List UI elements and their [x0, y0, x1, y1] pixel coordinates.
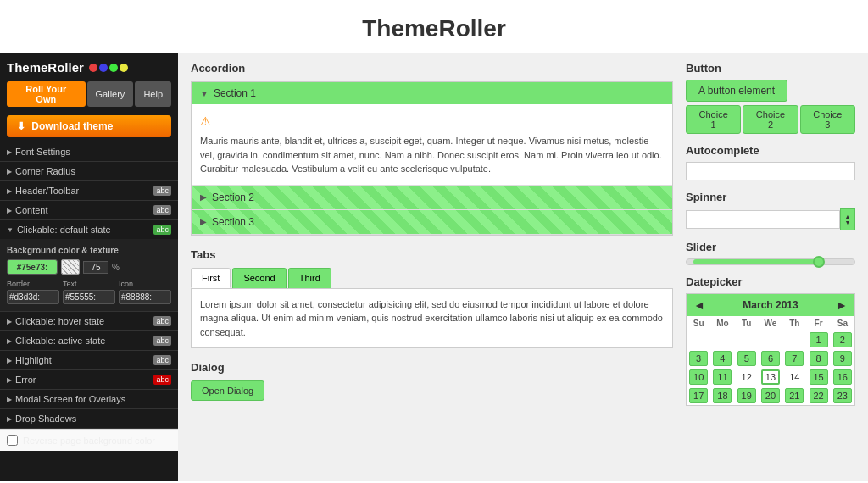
- dp-day-19[interactable]: 19: [737, 388, 756, 403]
- sidebar-item-error[interactable]: ▶Error abc: [0, 370, 178, 389]
- pct-input[interactable]: [83, 261, 108, 274]
- main-button[interactable]: A button element: [686, 80, 787, 102]
- dp-day-2[interactable]: 2: [833, 332, 852, 347]
- sidebar-item-clickable-hover[interactable]: ▶Clickable: hover state abc: [0, 312, 178, 330]
- datepicker-prev[interactable]: ◄: [693, 298, 705, 312]
- dp-week-0: 12: [687, 330, 854, 349]
- nav-roll-your-own[interactable]: Roll Your Own: [7, 81, 86, 107]
- slider-track[interactable]: [686, 258, 855, 265]
- sidebar-item-clickable-default[interactable]: ▼Clickable: default state abc: [0, 220, 178, 239]
- dp-day-15[interactable]: 15: [810, 369, 828, 385]
- spinner-input[interactable]: [686, 210, 840, 229]
- autocomplete-title: Autocomplete: [686, 144, 855, 157]
- sidebar-item-modal[interactable]: ▶Modal Screen for Overlays: [0, 390, 178, 408]
- nav-help[interactable]: Help: [135, 81, 171, 107]
- icon-input[interactable]: [119, 290, 171, 304]
- sidebar-section-clickable-default: ▼Clickable: default state abc Background…: [0, 220, 178, 312]
- accordion-header-3[interactable]: ▶ Section 3: [192, 210, 672, 234]
- tabs-section: Tabs First Second Third Lorem ipsum dolo…: [191, 248, 673, 349]
- dp-cell: 1: [806, 330, 830, 349]
- tabs-title: Tabs: [191, 248, 673, 261]
- border-input[interactable]: [7, 290, 59, 304]
- accordion-header-2[interactable]: ▶ Section 2: [192, 186, 672, 209]
- dp-day-11[interactable]: 11: [713, 369, 732, 385]
- icon-col: Icon: [119, 280, 171, 304]
- dp-day-22[interactable]: 22: [810, 388, 828, 403]
- tab-second[interactable]: Second: [232, 268, 286, 288]
- download-button[interactable]: ⬇ Download theme: [7, 115, 171, 137]
- dp-cell: 4: [710, 349, 734, 368]
- dp-day-14[interactable]: 14: [785, 369, 804, 385]
- dp-day-12[interactable]: 12: [737, 369, 756, 385]
- dp-day-5[interactable]: 5: [737, 351, 756, 366]
- open-dialog-button[interactable]: Open Dialog: [191, 380, 264, 401]
- dp-cell: 6: [759, 349, 782, 368]
- tab-first[interactable]: First: [191, 268, 231, 288]
- dialog-title: Dialog: [191, 361, 673, 374]
- header-badge: abc: [153, 186, 171, 196]
- slider-title: Slider: [686, 241, 855, 253]
- spinner-buttons[interactable]: ▲ ▼: [840, 208, 855, 230]
- sidebar-item-highlight[interactable]: ▶Highlight abc: [0, 351, 178, 369]
- slider-handle[interactable]: [813, 256, 825, 268]
- dp-day-10[interactable]: 10: [689, 369, 708, 385]
- datepicker-next[interactable]: ►: [836, 298, 848, 312]
- dp-day-20[interactable]: 20: [761, 388, 780, 403]
- accordion-item-1: ▼ Section 1 ⚠ Mauris mauris ante, blandi…: [192, 82, 672, 186]
- accordion-header-1[interactable]: ▼ Section 1: [192, 82, 672, 104]
- dp-cell: 13: [759, 368, 782, 386]
- dp-cell: [759, 330, 782, 349]
- reverse-bg-checkbox[interactable]: [7, 435, 18, 446]
- tab-third[interactable]: Third: [288, 268, 331, 288]
- dp-day-13[interactable]: 13: [761, 369, 780, 385]
- dp-cell: 23: [831, 386, 854, 405]
- dp-cell: 14: [782, 368, 806, 386]
- acc-text-1: Mauris mauris ante, blandit et, ultrices…: [200, 136, 662, 174]
- nav-gallery[interactable]: Gallery: [87, 81, 134, 107]
- dp-week-1: 3456789: [687, 349, 854, 368]
- sidebar-section-header: ▶Header/Toolbar abc: [0, 181, 178, 201]
- accordion-title: Accordion: [191, 62, 673, 75]
- hover-badge: abc: [153, 316, 171, 326]
- sidebar-item-corner[interactable]: ▶Corner Radius: [0, 162, 178, 180]
- dp-day-9[interactable]: 9: [833, 351, 852, 366]
- choice-btn-2[interactable]: Choice 2: [743, 105, 798, 134]
- warning-icon: ⚠: [200, 113, 664, 130]
- text-input[interactable]: [63, 290, 115, 304]
- choice-group: Choice 1 Choice 2 Choice 3: [686, 105, 855, 134]
- dp-day-17[interactable]: 17: [689, 388, 708, 403]
- content-badge: abc: [153, 205, 171, 215]
- dp-day-1[interactable]: 1: [810, 332, 828, 347]
- dp-day-8[interactable]: 8: [810, 351, 828, 366]
- choice-btn-1[interactable]: Choice 1: [686, 105, 741, 134]
- dp-day-18[interactable]: 18: [713, 388, 732, 403]
- tab-text: Lorem ipsum dolor sit amet, consectetur …: [200, 299, 663, 337]
- autocomplete-input[interactable]: [686, 162, 855, 180]
- dp-cell: 12: [735, 368, 759, 386]
- dp-weekday-su: Su: [687, 316, 710, 330]
- sidebar-item-content[interactable]: ▶Content abc: [0, 201, 178, 219]
- dp-cell: 22: [806, 386, 830, 405]
- dp-day-7[interactable]: 7: [785, 351, 804, 366]
- choice-btn-3[interactable]: Choice 3: [800, 105, 855, 134]
- dp-day-23[interactable]: 23: [833, 388, 852, 403]
- acc-arrow-1: ▼: [200, 89, 209, 98]
- sidebar-item-shadow[interactable]: ▶Drop Shadows: [0, 409, 178, 428]
- color-swatch[interactable]: #75e73:: [7, 259, 58, 275]
- dp-cell: 2: [831, 330, 854, 349]
- dp-day-16[interactable]: 16: [833, 369, 852, 385]
- dp-day-6[interactable]: 6: [761, 351, 780, 366]
- left-column: Accordion ▼ Section 1 ⚠ Mauris mauris an…: [191, 62, 673, 473]
- sidebar-item-header[interactable]: ▶Header/Toolbar abc: [0, 181, 178, 200]
- dp-day-21[interactable]: 21: [785, 388, 804, 403]
- sidebar-item-font[interactable]: ▶Font Settings: [0, 142, 178, 161]
- pill-yellow: [120, 64, 128, 72]
- sidebar-item-clickable-active[interactable]: ▶Clickable: active state abc: [0, 331, 178, 350]
- icon-label: Icon: [119, 280, 171, 288]
- dp-day-3[interactable]: 3: [689, 351, 708, 366]
- dp-cell: 3: [687, 349, 710, 368]
- texture-icon[interactable]: [61, 259, 80, 275]
- dp-day-4[interactable]: 4: [713, 351, 732, 366]
- autocomplete-section: Autocomplete: [686, 144, 855, 180]
- spinner-down-icon: ▼: [845, 219, 851, 225]
